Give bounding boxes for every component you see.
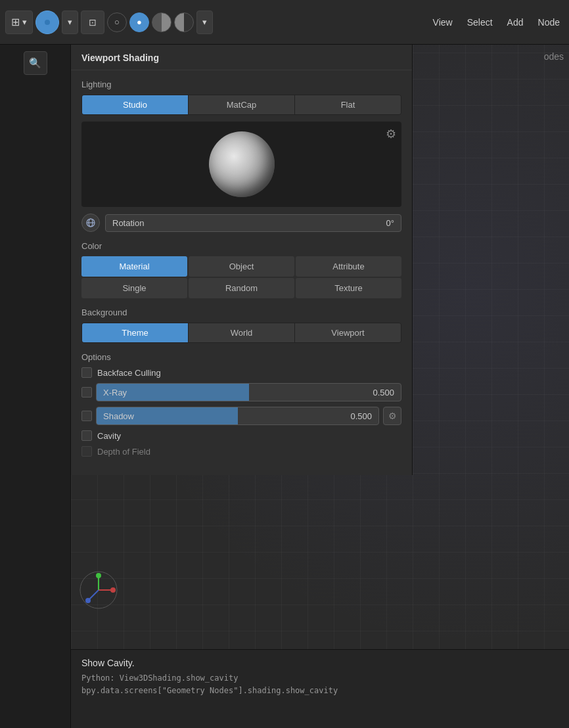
solid-icon[interactable]: ● xyxy=(129,12,149,32)
search-button[interactable]: 🔍 xyxy=(24,51,47,75)
xray-slider[interactable]: X-Ray 0.500 xyxy=(96,383,401,401)
xray-checkbox[interactable] xyxy=(81,387,92,398)
xray-value: 0.500 xyxy=(373,388,401,398)
background-section: Background Theme World Viewport xyxy=(81,307,401,343)
tab-viewport[interactable]: Viewport xyxy=(295,323,401,342)
dof-label: Depth of Field xyxy=(97,447,150,457)
svg-point-11 xyxy=(85,598,91,603)
viewport-shading-dropdown[interactable]: ▾ xyxy=(196,11,213,34)
left-sidebar: 🔍 xyxy=(0,45,71,728)
viewport-shading-panel: Viewport Shading Lighting Studio MatCap … xyxy=(71,45,413,475)
svg-point-9 xyxy=(96,573,101,578)
tab-matcap[interactable]: MatCap xyxy=(189,95,295,114)
background-tabs: Theme World Viewport xyxy=(81,323,401,343)
tooltip-code: Python: View3DShading.show_cavity bpy.da… xyxy=(81,672,558,697)
blender-dropdown[interactable]: ▾ xyxy=(62,11,78,34)
shadow-checkbox[interactable] xyxy=(81,411,92,421)
lighting-section: Lighting Studio MatCap Flat ⚙ xyxy=(81,80,401,232)
lookdev-icon[interactable] xyxy=(152,12,171,32)
xray-label: X-Ray xyxy=(97,388,127,398)
tooltip-title: Show Cavity. xyxy=(81,658,558,668)
wireframe-icon[interactable]: ○ xyxy=(107,12,127,32)
shadow-slider[interactable]: Shadow 0.500 xyxy=(96,407,379,425)
rotation-value: 0° xyxy=(386,218,394,228)
axis-indicator xyxy=(79,570,118,610)
color-btn-random[interactable]: Random xyxy=(189,278,294,298)
backface-culling-label: Backface Culling xyxy=(97,368,161,378)
options-section: Options Backface Culling X-Ray 0.500 xyxy=(81,352,401,457)
panel-title: Viewport Shading xyxy=(71,45,412,70)
nav-add[interactable]: Add xyxy=(503,14,528,30)
nav-node[interactable]: Node xyxy=(534,14,564,30)
panel-body: Lighting Studio MatCap Flat ⚙ xyxy=(71,70,412,475)
nav-select[interactable]: Select xyxy=(463,14,497,30)
matcap-settings-icon[interactable]: ⚙ xyxy=(386,127,396,141)
odes-text: odes xyxy=(544,51,564,62)
svg-point-7 xyxy=(110,587,116,593)
top-bar-right: View Select Add Node xyxy=(429,14,564,30)
color-btn-object[interactable]: Object xyxy=(189,256,294,277)
shadow-row: Shadow 0.500 ⚙ xyxy=(81,407,401,425)
matcap-sphere xyxy=(209,131,275,197)
tooltip-python-line1: Python: View3DShading.show_cavity xyxy=(81,672,558,685)
color-section: Color Material Object Attribute Single R… xyxy=(81,241,401,298)
lighting-label: Lighting xyxy=(81,80,401,89)
rotation-label: Rotation xyxy=(112,218,144,228)
top-bar-left: ⊞ ▾ ▾ ⊡ ○ ● ▾ xyxy=(5,11,213,34)
nav-view[interactable]: View xyxy=(429,14,457,30)
cavity-checkbox[interactable] xyxy=(81,430,92,441)
background-label: Background xyxy=(81,307,401,317)
color-btn-attribute[interactable]: Attribute xyxy=(296,256,401,277)
color-grid: Material Object Attribute Single Random … xyxy=(81,256,401,298)
tooltip-area: Show Cavity. Python: View3DShading.show_… xyxy=(71,649,569,728)
tab-flat[interactable]: Flat xyxy=(295,95,401,114)
color-btn-material[interactable]: Material xyxy=(81,256,187,277)
options-label: Options xyxy=(81,352,401,362)
top-bar: ⊞ ▾ ▾ ⊡ ○ ● ▾ View Select Add Node xyxy=(0,0,569,45)
tab-theme[interactable]: Theme xyxy=(82,323,189,342)
color-label: Color xyxy=(81,241,401,251)
backface-culling-checkbox[interactable] xyxy=(81,367,92,378)
object-properties-icon[interactable]: ⊡ xyxy=(81,11,104,34)
search-icon: 🔍 xyxy=(29,57,41,69)
shadow-settings-icon[interactable]: ⚙ xyxy=(383,407,401,425)
matcap-preview: ⚙ xyxy=(81,122,401,207)
color-btn-single[interactable]: Single xyxy=(81,278,187,298)
dropdown-arrow: ▾ xyxy=(22,17,27,27)
cavity-label: Cavity xyxy=(97,431,121,441)
svg-point-1 xyxy=(45,20,50,25)
editor-type-dropdown[interactable]: ⊞ ▾ xyxy=(5,11,33,34)
tab-studio[interactable]: Studio xyxy=(82,95,189,114)
blender-icon[interactable] xyxy=(35,11,59,34)
xray-row: X-Ray 0.500 xyxy=(81,383,401,401)
dof-checkbox[interactable] xyxy=(81,446,92,457)
lighting-tabs: Studio MatCap Flat xyxy=(81,95,401,115)
shadow-value: 0.500 xyxy=(350,411,378,421)
tooltip-python-line2: bpy.data.screens["Geometry Nodes"].shadi… xyxy=(81,685,558,697)
rotation-globe-icon[interactable] xyxy=(81,214,100,232)
shadow-label: Shadow xyxy=(97,411,134,421)
cavity-row: Cavity xyxy=(81,430,401,441)
depth-of-field-row: Depth of Field xyxy=(81,446,401,457)
rotation-row: Rotation 0° xyxy=(81,214,401,232)
rotation-field[interactable]: Rotation 0° xyxy=(105,214,401,232)
rendered-icon[interactable] xyxy=(174,12,194,32)
tab-world[interactable]: World xyxy=(189,323,295,342)
editor-type-icon: ⊞ xyxy=(11,16,20,28)
backface-culling-row: Backface Culling xyxy=(81,367,401,378)
color-btn-texture[interactable]: Texture xyxy=(296,278,401,298)
